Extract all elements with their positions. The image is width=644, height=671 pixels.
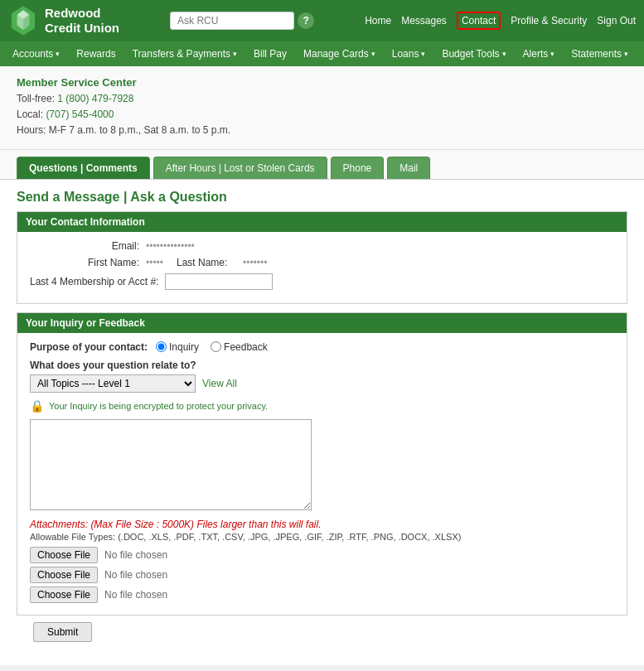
nav-member-services[interactable]: Member Services▾ [637, 41, 644, 66]
nav-loans[interactable]: Loans▾ [384, 41, 434, 66]
inquiry-section: Your Inquiry or Feedback Purpose of your… [17, 312, 627, 615]
inquiry-body: Purpose of your contact: Inquiry Feedbac… [17, 333, 627, 615]
member-service-info: Toll-free: 1 (800) 479-7928 Local: (707)… [17, 91, 627, 139]
name-row: First Name: ••••• Last Name: ••••••• [30, 257, 614, 268]
purpose-row: Purpose of your contact: Inquiry Feedbac… [30, 341, 614, 353]
topic-select[interactable]: All Topics ---- Level 1 [30, 374, 196, 393]
local-label: Local: [17, 109, 43, 120]
hours-label: Hours: [17, 124, 46, 136]
nav-transfers[interactable]: Transfers & Payments▾ [124, 41, 245, 66]
top-header: Redwood Credit Union ? Home Messages Con… [0, 0, 644, 41]
tab-questions-comments[interactable]: Questions | Comments [17, 157, 150, 179]
max-size-text: (Max File Size : 5000K) [90, 519, 194, 530]
warning-text: Files larger than this will fail. [196, 519, 321, 530]
local-number[interactable]: (707) 545-4000 [46, 109, 114, 120]
first-name-label: First Name: [30, 257, 146, 268]
email-label: Email: [30, 240, 146, 252]
member-service-title: Member Service Center [17, 76, 627, 89]
search-input[interactable] [170, 12, 294, 30]
contact-info-header: Your Contact Information [17, 212, 627, 232]
toll-free-number[interactable]: 1 (800) 479-7928 [57, 93, 133, 104]
message-textarea[interactable] [30, 419, 312, 510]
file-row-3: Choose File No file chosen [30, 587, 614, 603]
tabs-bar: Questions | Comments After Hours | Lost … [0, 150, 644, 180]
hours-text: M-F 7 a.m. to 8 p.m., Sat 8 a.m. to 5 p.… [49, 124, 230, 136]
tab-mail[interactable]: Mail [387, 157, 430, 179]
sign-out-nav-link[interactable]: Sign Out [597, 15, 636, 27]
purpose-radio-group: Inquiry Feedback [156, 341, 268, 353]
attachments-types: Allowable File Types: (.DOC, .XLS, .PDF,… [30, 532, 614, 542]
nav-statements[interactable]: Statements▾ [563, 41, 637, 66]
form-container: Your Contact Information Email: ••••••••… [0, 211, 644, 665]
member-service-bar: Member Service Center Toll-free: 1 (800)… [0, 66, 644, 150]
choose-file-btn-1[interactable]: Choose File [30, 547, 98, 563]
email-value: •••••••••••••• [146, 240, 195, 252]
last-name-value: ••••••• [243, 257, 267, 268]
submit-area: Submit [17, 615, 627, 649]
radio-feedback[interactable]: Feedback [211, 341, 268, 353]
tab-after-hours[interactable]: After Hours | Lost or Stolen Cards [153, 157, 327, 179]
search-bar: ? [170, 12, 314, 30]
nav-rewards[interactable]: Rewards [68, 41, 123, 66]
submit-button[interactable]: Submit [33, 622, 92, 642]
nav-alerts[interactable]: Alerts▾ [515, 41, 564, 66]
file-row-1: Choose File No file chosen [30, 547, 614, 563]
question-label: What does your question relate to? [30, 360, 614, 371]
choose-file-btn-3[interactable]: Choose File [30, 587, 98, 603]
email-row: Email: •••••••••••••• [30, 240, 614, 252]
radio-feedback-input[interactable] [211, 341, 221, 352]
logo-area: Redwood Credit Union [8, 4, 119, 37]
contact-nav-link[interactable]: Contact [457, 12, 501, 30]
radio-inquiry-input[interactable] [156, 341, 167, 352]
file-status-3: No file chosen [104, 589, 167, 601]
membership-row: Last 4 Membership or Acct #: [30, 273, 614, 290]
page-title: Send a Message | Ask a Question [0, 180, 644, 211]
attachments-section: Attachments: (Max File Size : 5000K) Fil… [30, 519, 614, 603]
nav-manage-cards[interactable]: Manage Cards▾ [295, 41, 384, 66]
file-row-2: Choose File No file chosen [30, 567, 614, 583]
first-name-value: ••••• [146, 257, 163, 268]
logo-text: Redwood Credit Union [45, 6, 119, 36]
purpose-label: Purpose of your contact: [30, 341, 148, 353]
topic-dropdown-row: All Topics ---- Level 1 View All [30, 374, 614, 393]
file-status-1: No file chosen [104, 549, 167, 561]
lock-icon: 🔒 [30, 399, 44, 413]
profile-security-nav-link[interactable]: Profile & Security [511, 15, 587, 27]
inquiry-header: Your Inquiry or Feedback [17, 313, 627, 333]
view-all-link[interactable]: View All [202, 378, 237, 389]
main-content: Member Service Center Toll-free: 1 (800)… [0, 66, 644, 665]
choose-file-btn-2[interactable]: Choose File [30, 567, 98, 583]
membership-label: Last 4 Membership or Acct #: [30, 276, 165, 287]
nav-budget-tools[interactable]: Budget Tools▾ [433, 41, 514, 66]
encryption-notice: 🔒 Your Inquiry is being encrypted to pro… [30, 399, 614, 413]
logo-icon [8, 4, 38, 37]
main-nav-bar: Accounts▾ Rewards Transfers & Payments▾ … [0, 41, 644, 66]
contact-info-body: Email: •••••••••••••• First Name: ••••• … [17, 232, 627, 303]
toll-free-label: Toll-free: [17, 93, 55, 104]
last-name-label: Last Name: [177, 257, 243, 268]
tab-phone[interactable]: Phone [331, 157, 385, 179]
file-status-2: No file chosen [104, 569, 167, 581]
attachments-label: Attachments: (Max File Size : 5000K) Fil… [30, 519, 614, 530]
help-icon[interactable]: ? [298, 12, 314, 29]
contact-info-section: Your Contact Information Email: ••••••••… [17, 211, 627, 304]
radio-inquiry[interactable]: Inquiry [156, 341, 199, 353]
messages-nav-link[interactable]: Messages [401, 15, 447, 27]
encryption-text: Your Inquiry is being encrypted to prote… [49, 401, 268, 411]
top-nav-links: Home Messages Contact Profile & Security… [365, 12, 636, 30]
nav-billpay[interactable]: Bill Pay [245, 41, 295, 66]
nav-accounts[interactable]: Accounts▾ [4, 41, 68, 66]
home-nav-link[interactable]: Home [365, 15, 391, 27]
membership-input[interactable] [165, 273, 273, 290]
